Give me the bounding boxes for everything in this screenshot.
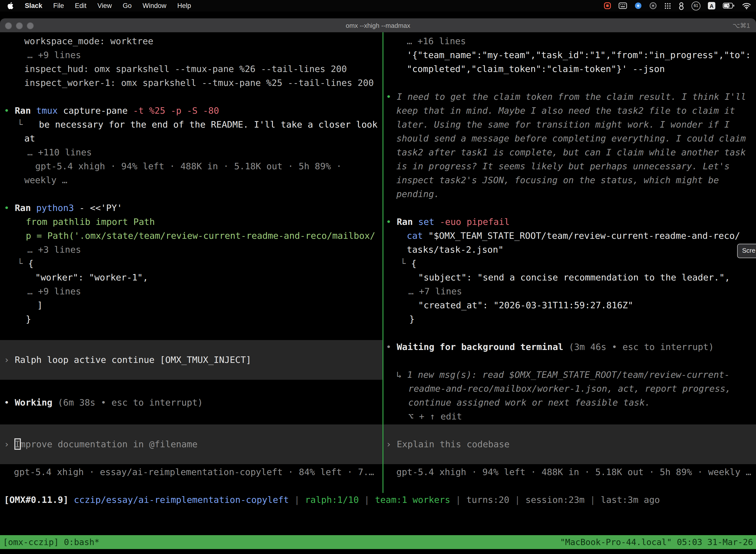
keyboard-grid-icon[interactable] bbox=[619, 2, 627, 9]
window-titlebar[interactable]: omx --xhigh --madmax ⌥⌘1 bbox=[0, 18, 756, 32]
wifi-icon[interactable] bbox=[742, 2, 751, 9]
working-label: Working bbox=[15, 397, 52, 407]
close-button[interactable] bbox=[5, 22, 12, 29]
collapsed-lines-indicator[interactable]: … +110 lines bbox=[0, 146, 382, 159]
command-flags: -t %25 -p -S -80 bbox=[133, 105, 219, 116]
menu-item-view[interactable]: View bbox=[98, 2, 112, 9]
thinking-line: • I need to get the claim token from the… bbox=[383, 90, 756, 104]
dark-app-icon[interactable] bbox=[649, 2, 657, 9]
menu-item-file[interactable]: File bbox=[53, 2, 64, 9]
mailbox-message-line: continue assigned work or next feasible … bbox=[383, 396, 756, 409]
dots-grid-icon[interactable] bbox=[664, 2, 671, 9]
terminal-window: omx --xhigh --madmax ⌥⌘1 workspace_mode:… bbox=[0, 18, 756, 554]
menu-item-edit[interactable]: Edit bbox=[75, 2, 86, 9]
waiting-label: Waiting for background terminal bbox=[397, 341, 563, 352]
tmux-host-clock: "MacBook-Pro-44.local" 05:03 31-Mar-26 bbox=[560, 535, 753, 549]
ran-label: Ran bbox=[15, 203, 31, 213]
command-arg: "$OMX_TEAM_STATE_ROOT/team/review-curren… bbox=[428, 230, 740, 241]
model-usage-line: gpt-5.4 xhigh · 94% left · 488K in · 5.1… bbox=[0, 159, 382, 173]
apple-menu-icon[interactable] bbox=[7, 2, 14, 9]
menu-item-window[interactable]: Window bbox=[143, 2, 167, 9]
terminal-content: workspace_mode: worktree … +9 lines insp… bbox=[0, 32, 756, 554]
tool-output-line: └ be necessary for the end of the README… bbox=[0, 118, 382, 131]
right-pane: … +16 lines '{"team_name":"my-team","tas… bbox=[383, 34, 756, 479]
separator: | bbox=[364, 494, 370, 505]
terminal-line: inspect_hud: omx sparkshell --tmux-pane … bbox=[0, 62, 382, 76]
model-status-line: gpt-5.4 xhigh · 94% left · 488K in · 5.1… bbox=[383, 465, 756, 479]
terminal-line: workspace_mode: worktree bbox=[0, 34, 382, 48]
blank-line bbox=[383, 354, 756, 368]
bullet-icon: • bbox=[386, 91, 391, 102]
session-duration: session:23m bbox=[525, 494, 585, 505]
prompt-input-line: › Improve documentation in @filename bbox=[0, 437, 382, 451]
edit-shortcut-hint: ⌥ + ↑ edit bbox=[383, 409, 756, 424]
battery-percent-circle-icon[interactable]: 61 bbox=[692, 1, 700, 10]
code-line: from pathlib import Path bbox=[0, 215, 382, 229]
collapsed-lines-indicator[interactable]: … +3 lines bbox=[0, 243, 382, 257]
window-title: omx --xhigh --madmax bbox=[346, 21, 410, 29]
thinking-text: I need to get the claim token from the c… bbox=[397, 91, 746, 102]
inject-banner[interactable]: › Ralph loop active continue [OMX_TMUX_I… bbox=[0, 340, 382, 380]
prompt-placeholder-text: mprove documentation in @filename bbox=[20, 439, 197, 449]
thinking-line: inspect task2's JSON, focusing on the st… bbox=[383, 173, 756, 187]
quote-mark-icon: └ bbox=[400, 258, 406, 269]
thinking-line: later. Using the same for transition mig… bbox=[383, 118, 756, 131]
omx-status-line: [OMX#0.11.9] cczip/essay/ai-reimplementa… bbox=[0, 493, 756, 507]
code-line: p = Path('.omx/state/team/review-current… bbox=[0, 229, 382, 243]
output-text: { bbox=[411, 258, 417, 269]
ran-label: Ran bbox=[15, 105, 31, 116]
text-cursor: I bbox=[15, 439, 20, 449]
mailbox-message-text: 1 new msg(s): read $OMX_TEAM_STATE_ROOT/… bbox=[407, 369, 730, 380]
battery-icon[interactable] bbox=[723, 2, 735, 9]
menu-item-help[interactable]: Help bbox=[177, 2, 191, 9]
separator: | bbox=[515, 494, 520, 505]
tool-output-line: at bbox=[0, 131, 382, 146]
msg-arrow-icon: ↳ bbox=[396, 369, 402, 380]
tool-call-line: cat "$OMX_TEAM_STATE_ROOT/team/review-cu… bbox=[383, 229, 756, 243]
thinking-line: is in progress? It seems likely but perh… bbox=[383, 159, 756, 173]
menu-bar: Slack File Edit View Go Window Help 61 A bbox=[0, 0, 756, 11]
blank-line bbox=[383, 201, 756, 215]
tool-output-line: "worker": "worker-1", bbox=[0, 271, 382, 284]
chevron-prompt-icon: › bbox=[4, 354, 9, 365]
model-usage-line: weekly … bbox=[0, 173, 382, 187]
left-pane: workspace_mode: worktree … +9 lines insp… bbox=[0, 34, 382, 479]
minimize-button[interactable] bbox=[16, 22, 23, 29]
thinking-line: task2 after task1 is complete, but can I… bbox=[383, 146, 756, 159]
command-arg: - <<'PY' bbox=[79, 203, 122, 213]
separator: | bbox=[590, 494, 595, 505]
bullet-icon: • bbox=[4, 203, 9, 213]
separator: | bbox=[294, 494, 300, 505]
command-arg-line: '{"team_name":"my-team","task_id":"1","f… bbox=[383, 48, 756, 62]
menu-bar-left: Slack File Edit View Go Window Help bbox=[0, 2, 191, 9]
tool-call-line: • Ran python3 - <<'PY' bbox=[0, 201, 382, 215]
prompt-input-right[interactable]: › Explain this codebase bbox=[383, 425, 756, 464]
command-name: tmux bbox=[36, 105, 58, 116]
input-source-icon[interactable]: A bbox=[708, 2, 715, 9]
tool-output-line: } bbox=[383, 312, 756, 326]
tool-output-line: └ { bbox=[383, 257, 756, 271]
screen-recording-icon[interactable] bbox=[604, 2, 611, 9]
tmux-session-window[interactable]: [omx-cczip] 0:bash* bbox=[0, 537, 100, 547]
menu-app-name[interactable]: Slack bbox=[25, 2, 43, 9]
menu-item-go[interactable]: Go bbox=[123, 2, 132, 9]
turns-counter: turns:20 bbox=[466, 494, 509, 505]
thinking-line: should send a message before completing … bbox=[383, 131, 756, 146]
tool-output-line: "created_at": "2026-03-31T11:59:27.816Z" bbox=[383, 298, 756, 312]
command-name: cat bbox=[407, 230, 423, 241]
figure-eight-app-icon[interactable] bbox=[679, 2, 684, 10]
collapsed-lines-indicator[interactable]: … +9 lines bbox=[0, 48, 382, 62]
collapsed-lines-indicator[interactable]: … +9 lines bbox=[0, 284, 382, 298]
mailbox-message-line: ↳ 1 new msg(s): read $OMX_TEAM_STATE_ROO… bbox=[383, 368, 756, 382]
separator: | bbox=[456, 494, 461, 505]
zoom-button[interactable] bbox=[27, 22, 34, 29]
prompt-input-left[interactable]: › Improve documentation in @filename bbox=[0, 425, 382, 464]
blank-line bbox=[383, 76, 756, 90]
command-name: set bbox=[418, 216, 434, 227]
blue-app-icon[interactable] bbox=[634, 2, 642, 9]
omx-project-path: cczip/essay/ai-reimplementation-copyleft bbox=[74, 494, 289, 505]
collapsed-lines-indicator[interactable]: … +16 lines bbox=[383, 34, 756, 48]
collapsed-lines-indicator[interactable]: … +7 lines bbox=[383, 284, 756, 298]
waiting-meta: (3m 46s • esc to interrupt) bbox=[569, 341, 714, 352]
bullet-icon: • bbox=[386, 216, 391, 227]
